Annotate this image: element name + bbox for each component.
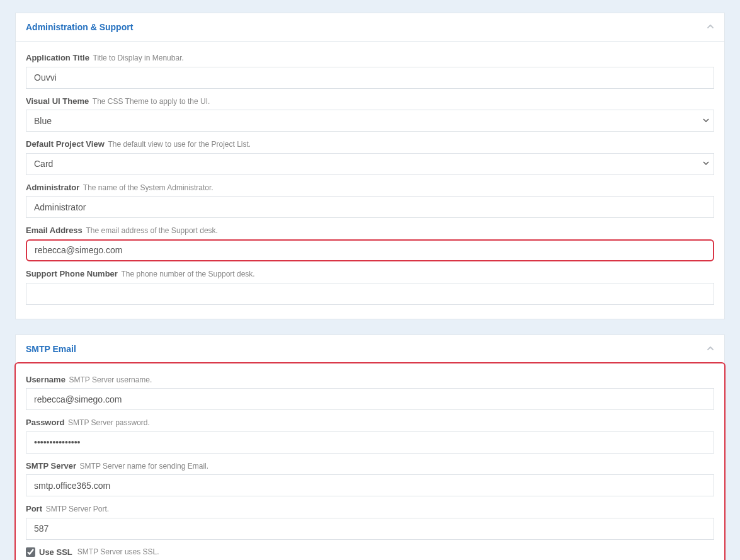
- application-title-desc: Title to Display in Menubar.: [93, 54, 184, 62]
- support-phone-label: Support Phone Number: [26, 269, 118, 278]
- smtp-password-group: Password SMTP Server password.: [26, 418, 714, 454]
- smtp-port-desc: SMTP Server Port.: [46, 505, 109, 513]
- visual-theme-desc: The CSS Theme to apply to the UI.: [93, 97, 210, 106]
- support-phone-group: Support Phone Number The phone number of…: [26, 269, 714, 305]
- application-title-label: Application Title: [26, 53, 89, 62]
- visual-theme-group: Visual UI Theme The CSS Theme to apply t…: [26, 96, 714, 132]
- smtp-ssl-label: Use SSL: [39, 547, 72, 557]
- administrator-group: Administrator The name of the System Adm…: [26, 183, 714, 219]
- smtp-ssl-desc: SMTP Server uses SSL.: [77, 547, 159, 556]
- admin-panel-title: Administration & Support: [26, 22, 133, 32]
- smtp-ssl-group: Use SSL SMTP Server uses SSL.: [26, 547, 714, 557]
- email-address-input[interactable]: [26, 239, 714, 261]
- visual-theme-label: Visual UI Theme: [26, 96, 89, 106]
- smtp-server-label: SMTP Server: [26, 461, 76, 471]
- smtp-server-input[interactable]: [26, 474, 714, 496]
- chevron-up-icon: [707, 22, 714, 32]
- email-address-group: Email Address The email address of the S…: [26, 226, 714, 261]
- smtp-server-group: SMTP Server SMTP Server name for sending…: [26, 461, 714, 497]
- smtp-port-input[interactable]: [26, 518, 714, 540]
- smtp-panel-header[interactable]: SMTP Email: [16, 335, 724, 363]
- smtp-ssl-checkbox[interactable]: [26, 547, 35, 557]
- smtp-server-desc: SMTP Server name for sending Email.: [80, 462, 209, 471]
- application-title-group: Application Title Title to Display in Me…: [26, 53, 714, 89]
- smtp-username-desc: SMTP Server username.: [69, 375, 152, 384]
- smtp-password-label: Password: [26, 418, 64, 427]
- smtp-panel-title: SMTP Email: [26, 344, 76, 354]
- admin-panel-header[interactable]: Administration & Support: [16, 13, 724, 42]
- smtp-username-group: Username SMTP Server username.: [26, 375, 714, 411]
- smtp-password-input[interactable]: [26, 431, 714, 454]
- default-project-view-desc: The default view to use for the Project …: [108, 140, 251, 149]
- default-project-view-select[interactable]: Card: [26, 153, 714, 175]
- smtp-password-desc: SMTP Server password.: [68, 418, 150, 427]
- default-project-view-label: Default Project View: [26, 139, 105, 149]
- email-address-label: Email Address: [26, 226, 83, 235]
- administrator-desc: The name of the System Administrator.: [83, 183, 213, 192]
- smtp-username-label: Username: [26, 375, 65, 384]
- chevron-up-icon: [707, 344, 714, 354]
- application-title-input[interactable]: [26, 67, 714, 89]
- default-project-view-group: Default Project View The default view to…: [26, 139, 714, 175]
- smtp-port-label: Port: [26, 504, 42, 513]
- administrator-input[interactable]: [26, 196, 714, 218]
- support-phone-desc: The phone number of the Support desk.: [122, 270, 255, 278]
- admin-support-panel: Administration & Support Application Tit…: [15, 13, 725, 319]
- smtp-email-panel: SMTP Email Username SMTP Server username…: [15, 334, 725, 560]
- smtp-port-group: Port SMTP Server Port.: [26, 504, 714, 540]
- smtp-username-input[interactable]: [26, 388, 714, 410]
- visual-theme-select[interactable]: Blue: [26, 110, 714, 132]
- smtp-highlight-region: Username SMTP Server username. Password …: [14, 362, 726, 560]
- support-phone-input[interactable]: [26, 283, 714, 305]
- email-address-desc: The email address of the Support desk.: [86, 226, 217, 235]
- administrator-label: Administrator: [26, 183, 79, 192]
